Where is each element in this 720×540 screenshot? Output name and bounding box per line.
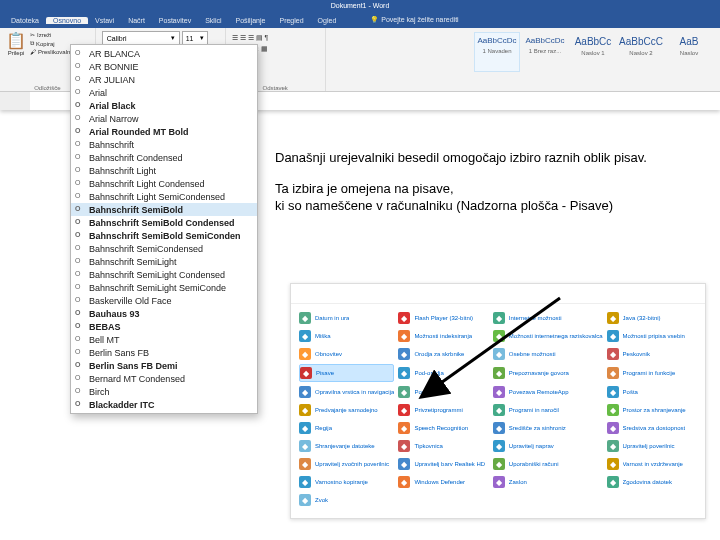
font-option[interactable]: Bahnschrift Condensed bbox=[71, 151, 257, 164]
cpanel-item[interactable]: ◆Upravitelj naprav bbox=[493, 438, 603, 454]
font-option[interactable]: Bahnschrift Light SemiCondensed bbox=[71, 190, 257, 203]
cpanel-item[interactable]: ◆Shranjevanje datoteke bbox=[299, 438, 394, 454]
svg-line-0 bbox=[438, 298, 560, 385]
style-4[interactable]: AaBNaslov bbox=[666, 32, 712, 72]
ribbon-tab-pregled[interactable]: Pregled bbox=[272, 17, 310, 24]
cpanel-item[interactable]: ◆Sredstva za dostopnost bbox=[607, 420, 697, 436]
cpanel-item[interactable]: ◆Upravitelj barv Realtek HD bbox=[398, 456, 488, 472]
cpanel-item bbox=[493, 492, 603, 508]
font-option[interactable]: Bauhaus 93 bbox=[71, 307, 257, 320]
cpanel-item bbox=[398, 492, 488, 508]
style-2[interactable]: AaBbCcNaslov 1 bbox=[570, 32, 616, 72]
cpanel-item[interactable]: ◆Tipkovnica bbox=[398, 438, 488, 454]
font-option[interactable]: Bell MT bbox=[71, 333, 257, 346]
font-option[interactable]: Birch bbox=[71, 385, 257, 398]
font-option[interactable]: AR JULIAN bbox=[71, 73, 257, 86]
cpanel-item[interactable]: ◆Opravilna vrstica in navigacija bbox=[299, 384, 394, 400]
cpanel-item[interactable]: ◆Windows Defender bbox=[398, 474, 488, 490]
cpanel-item[interactable]: ◆Zaslon bbox=[493, 474, 603, 490]
ribbon-tab-ogled[interactable]: Ogled bbox=[311, 17, 344, 24]
font-option[interactable]: Arial Rounded MT Bold bbox=[71, 125, 257, 138]
font-option[interactable]: Bahnschrift SemiCondensed bbox=[71, 242, 257, 255]
chevron-down-icon: ▾ bbox=[200, 34, 204, 42]
font-option[interactable]: Berlin Sans FB bbox=[71, 346, 257, 359]
style-3[interactable]: AaBbCcCNaslov 2 bbox=[618, 32, 664, 72]
cpanel-item[interactable]: ◆Peskovnik bbox=[607, 346, 697, 362]
cpanel-item[interactable]: ◆Možnosti pripisa vsebin bbox=[607, 328, 697, 344]
explanation-text: Današnji urejevalniki besedil omogočajo … bbox=[275, 150, 716, 229]
font-option[interactable]: AR BLANCA bbox=[71, 47, 257, 60]
cpanel-item[interactable]: ◆Zvok bbox=[299, 492, 394, 508]
style-1[interactable]: AaBbCcDc1 Brez raz... bbox=[522, 32, 568, 72]
style-0[interactable]: AaBbCcDc1 Navaden bbox=[474, 32, 520, 72]
explain-p2: Ta izbira je omejena na pisave, ki so na… bbox=[275, 181, 716, 215]
font-option[interactable]: Bahnschrift SemiBold bbox=[71, 203, 257, 216]
cut-button[interactable]: ✂ Izreži bbox=[30, 31, 89, 38]
cpanel-item[interactable]: ◆Predvajanje samodejno bbox=[299, 402, 394, 418]
cpanel-item[interactable]: ◆Programi in funkcije bbox=[607, 364, 697, 382]
font-option[interactable]: Bernard MT Condensed bbox=[71, 372, 257, 385]
font-option[interactable]: AR BONNIE bbox=[71, 60, 257, 73]
cpanel-item[interactable]: ◆Varnostno kopiranje bbox=[299, 474, 394, 490]
font-option[interactable]: Arial Narrow bbox=[71, 112, 257, 125]
ribbon-tab-pošiljanje[interactable]: Pošiljanje bbox=[229, 17, 273, 24]
cpanel-item[interactable]: ◆Regija bbox=[299, 420, 394, 436]
ribbon-tab-postavitev[interactable]: Postavitev bbox=[152, 17, 198, 24]
font-option[interactable]: Bahnschrift SemiBold SemiConden bbox=[71, 229, 257, 242]
tell-me[interactable]: 💡 Povejte kaj želite narediti bbox=[363, 16, 465, 24]
font-option[interactable]: Bahnschrift SemiBold Condensed bbox=[71, 216, 257, 229]
font-option[interactable]: BEBAS bbox=[71, 320, 257, 333]
cpanel-item[interactable]: ◆Obnovitev bbox=[299, 346, 394, 362]
cpanel-item bbox=[607, 492, 697, 508]
ribbon-tab-osnovno[interactable]: Osnovno bbox=[46, 17, 88, 24]
clipboard-icon: 📋 bbox=[6, 31, 26, 50]
cpanel-item[interactable]: ◆Programi in naročil bbox=[493, 402, 603, 418]
font-size-combo[interactable]: 11 ▾ bbox=[182, 31, 208, 45]
cpanel-item[interactable]: ◆Pošta bbox=[607, 384, 697, 400]
annotation-arrow bbox=[430, 290, 570, 404]
paste-label: Prilepi bbox=[8, 50, 25, 56]
cpanel-item[interactable]: ◆Upravitelj poverilnic bbox=[607, 438, 697, 454]
font-name-combo[interactable]: Calibri ▾ bbox=[102, 31, 180, 45]
font-option[interactable]: Baskerville Old Face bbox=[71, 294, 257, 307]
cpanel-item[interactable]: ◆Speech Recognition bbox=[398, 420, 488, 436]
font-option[interactable]: Arial Black bbox=[71, 99, 257, 112]
cpanel-item[interactable]: ◆Središče za sinhroniz bbox=[493, 420, 603, 436]
cpanel-item[interactable]: ◆Datum in ura bbox=[299, 310, 394, 326]
ribbon-tab-načrt[interactable]: Načrt bbox=[121, 17, 152, 24]
cpanel-item[interactable]: ◆Miška bbox=[299, 328, 394, 344]
ribbon-tab-sklici[interactable]: Sklici bbox=[198, 17, 228, 24]
font-option[interactable]: Bahnschrift SemiLight SemiConde bbox=[71, 281, 257, 294]
cpanel-item[interactable]: ◆Prostor za shranjevanje bbox=[607, 402, 697, 418]
cpanel-item[interactable]: ◆Varnost in vzdrževanje bbox=[607, 456, 697, 472]
ribbon-tab-datoteka[interactable]: Datoteka bbox=[4, 17, 46, 24]
cpanel-item[interactable]: ◆Upravitelj zvočnih poverilnic bbox=[299, 456, 394, 472]
chevron-down-icon: ▾ bbox=[171, 34, 175, 42]
paste-button[interactable]: 📋 Prilepi bbox=[6, 31, 26, 81]
ribbon-tabs: DatotekaOsnovnoVstaviNačrtPostavitevSkli… bbox=[0, 12, 720, 28]
window-title: Dokument1 - Word bbox=[0, 0, 720, 12]
cpanel-item[interactable]: ◆Zgodovina datotek bbox=[607, 474, 697, 490]
explain-p1: Današnji urejevalniki besedil omogočajo … bbox=[275, 150, 716, 167]
font-option[interactable]: Bahnschrift SemiLight Condensed bbox=[71, 268, 257, 281]
cpanel-item[interactable]: ◆Uporabniški računi bbox=[493, 456, 603, 472]
font-option[interactable]: Bahnschrift SemiLight bbox=[71, 255, 257, 268]
font-option[interactable]: Bahnschrift Light Condensed bbox=[71, 177, 257, 190]
cpanel-item[interactable]: ◆Java (32-bitni) bbox=[607, 310, 697, 326]
font-dropdown[interactable]: AR BLANCAAR BONNIEAR JULIANArialArial Bl… bbox=[70, 44, 258, 414]
font-option[interactable]: Bahnschrift Light bbox=[71, 164, 257, 177]
font-option[interactable]: Arial bbox=[71, 86, 257, 99]
font-option[interactable]: Berlin Sans FB Demi bbox=[71, 359, 257, 372]
ribbon-tab-vstavi[interactable]: Vstavi bbox=[88, 17, 121, 24]
styles-gallery[interactable]: AaBbCcDc1 NavadenAaBbCcDc1 Brez raz...Aa… bbox=[474, 28, 712, 91]
font-option[interactable]: Bahnschrift bbox=[71, 138, 257, 151]
font-option[interactable]: Blackadder ITC bbox=[71, 398, 257, 411]
cpanel-item[interactable]: ◆Privzetiprogrammi bbox=[398, 402, 488, 418]
cpanel-item[interactable]: ◆Pisave bbox=[299, 364, 394, 382]
